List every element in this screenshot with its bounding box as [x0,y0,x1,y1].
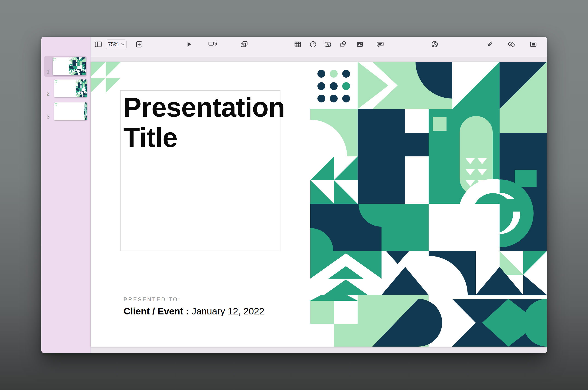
corner-motif-mini [53,58,56,62]
shapes-icon [339,41,347,48]
collaborate-person-icon [431,40,439,49]
comment-bubble-icon [376,41,384,48]
plus-box-icon [135,41,143,48]
toolbar-item-collaborate[interactable] [431,40,439,49]
thumbnail-text-line [55,73,63,73]
slide-number: 3 [43,113,49,120]
laptop-broadcast-icon [208,41,218,48]
sidebar-panel-icon [95,41,102,48]
toolbar: 75%A [91,37,547,57]
photo-icon [356,41,364,48]
title-text-box[interactable]: Presentation Title [120,90,281,251]
toolbar-item-zoom[interactable]: 75% [106,40,127,49]
toolbar-item-text[interactable]: A [324,40,332,49]
client-event-line: Client / Event : January 12, 2022 [124,306,264,317]
presented-to-label: PRESENTED TO: [124,296,264,303]
subtitle-text-box[interactable]: PRESENTED TO: Client / Event : January 1… [124,296,264,317]
toolbar-item-add-slide[interactable] [135,40,143,49]
chevron-down-icon [121,43,125,46]
corner-motif-mini [55,80,57,84]
slide-thumbnail-2[interactable] [54,80,87,98]
zoom-level-select[interactable]: 75% [106,40,127,49]
paintbrush-icon [486,41,493,48]
slide-1-canvas[interactable]: Presentation Title PRESENTED TO: Client … [91,62,547,346]
corner-triangles-motif [91,62,121,95]
table-grid-icon [294,41,301,48]
date-text: January 12, 2022 [192,306,264,316]
toolbar-item-document[interactable] [530,40,537,49]
toolbar-item-table[interactable] [294,40,301,49]
slide-number: 2 [43,91,49,97]
diamonds-icon [507,41,516,48]
toolbar-item-format[interactable] [486,40,493,49]
toolbar-item-comment[interactable] [376,40,384,49]
toolbar-item-view[interactable] [95,40,102,49]
geometric-pattern [310,62,547,347]
document-icon [530,41,537,48]
slide-thumbnail-1[interactable] [53,57,86,75]
corner-motif-mini [55,103,57,107]
toolbar-item-animate[interactable] [507,40,516,49]
svg-text:A: A [327,43,329,47]
toolbar-item-keynote-live[interactable] [208,40,218,49]
play-icon [186,41,193,48]
slide-canvas: Presentation Title PRESENTED TO: Client … [91,57,547,353]
client-event-label: Client / Event : [124,306,189,316]
toolbar-item-play-in-window[interactable] [240,40,248,49]
slide-navigator: 1 2 3 [41,37,91,353]
slide-pattern-mini [69,57,86,75]
slide-title: Presentation Title [121,91,280,153]
toolbar-item-media[interactable] [356,40,364,49]
toolbar-item-chart[interactable] [309,40,317,49]
toolbar-item-play[interactable] [186,40,193,49]
keynote-window: 1 2 3 75%A Presentation Title [41,37,547,353]
text-box-icon: A [324,41,332,48]
slide-pattern-mini [84,102,87,120]
window-play-icon [240,41,248,48]
toolbar-item-shape[interactable] [339,40,347,49]
pie-chart-icon [309,41,317,48]
slide-number: 1 [43,68,49,75]
zoom-level-value: 75% [108,41,118,48]
desktop-background: 1 2 3 75%A Presentation Title [0,0,588,390]
slide-thumbnail-3[interactable] [54,102,87,120]
slide-pattern-mini [76,80,87,98]
